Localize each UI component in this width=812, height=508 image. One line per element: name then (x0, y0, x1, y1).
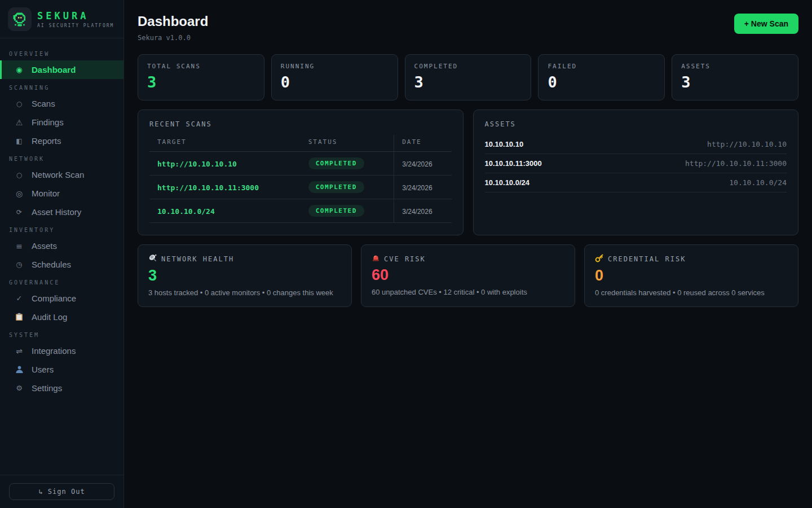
sidebar-item-monitor[interactable]: ◎Monitor (0, 184, 123, 203)
circle-icon: ○ (14, 171, 24, 179)
nav-section-label: GOVERNANCE (0, 274, 123, 289)
sidebar-item-label: Compliance (32, 294, 76, 303)
sidebar-item-settings[interactable]: ⚙Settings (0, 379, 123, 397)
summary-card-cve-risk: CVE RISK6060 unpatched CVEs • 12 critica… (361, 244, 575, 307)
status-badge: COMPLETED (308, 157, 364, 169)
sidebar-item-label: Monitor (32, 189, 60, 198)
circle-icon: ○ (14, 100, 24, 108)
summary-row: NETWORK HEALTH33 hosts tracked • 0 activ… (138, 244, 798, 307)
sidebar-item-findings[interactable]: ⚠Findings (0, 113, 123, 132)
sidebar-item-label: Findings (32, 117, 64, 127)
recent-scans-panel: RECENT SCANS TARGETSTATUSDATE http://10.… (138, 110, 464, 235)
check-icon: ✓ (14, 294, 24, 303)
clock-icon: ◷ (14, 260, 24, 269)
nav-section-label: SCANNING (0, 79, 123, 94)
summary-card-value: 0 (595, 267, 788, 284)
page-subtitle: Sekura v1.0.0 (138, 34, 208, 42)
assets-title: ASSETS (485, 120, 787, 128)
stat-value: 3 (414, 73, 522, 91)
status-badge: COMPLETED (308, 181, 364, 193)
column-header-date: DATE (394, 135, 452, 152)
summary-card-title: CVE RISK (384, 255, 426, 263)
new-scan-button[interactable]: + New Scan (734, 14, 798, 34)
scan-target-link[interactable]: http://10.10.10.10 (157, 160, 237, 168)
stat-card-running: RUNNING0 (271, 54, 398, 100)
sidebar-item-integrations[interactable]: ⇌Integrations (0, 341, 123, 360)
sidebar-item-schedules[interactable]: ◷Schedules (0, 255, 123, 274)
stat-card-total-scans: TOTAL SCANS3 (138, 54, 264, 100)
page-header-text: Dashboard Sekura v1.0.0 (138, 14, 208, 42)
recent-scans-table: TARGETSTATUSDATE http://10.10.10.10COMPL… (149, 135, 452, 223)
stat-value: 0 (281, 73, 389, 91)
asset-row: 10.10.10.0/2410.10.10.0/24 (485, 173, 787, 192)
asset-name: 10.10.10.0/24 (485, 178, 530, 187)
sidebar-item-label: Asset History (32, 207, 81, 217)
stat-label: RUNNING (281, 63, 389, 70)
asset-name: 10.10.10.11:3000 (485, 159, 542, 168)
stat-card-completed: COMPLETED3 (405, 54, 532, 100)
sidebar-item-label: Scans (32, 99, 55, 108)
sidebar-item-label: Assets (32, 241, 57, 251)
summary-card-detail: 0 credentials harvested • 0 reused acros… (595, 288, 788, 297)
page-title: Dashboard (138, 14, 208, 29)
stat-value: 3 (681, 73, 789, 91)
brand-tagline: AI SECURITY PLATFORM (37, 23, 114, 28)
sidebar-item-compliance[interactable]: ✓Compliance (0, 289, 123, 308)
satellite-icon (148, 253, 157, 265)
sidebar-item-audit-log[interactable]: Audit Log (0, 308, 123, 326)
clipboard-icon (14, 313, 24, 321)
sidebar-item-label: Settings (32, 383, 62, 393)
brand-text: SEKURA AI SECURITY PLATFORM (37, 10, 114, 28)
sidebar-item-label: Users (32, 365, 54, 374)
key-icon (595, 253, 604, 265)
column-header-status: STATUS (301, 135, 394, 152)
stats-row: TOTAL SCANS3RUNNING0COMPLETED3FAILED0ASS… (138, 54, 798, 100)
column-header-target: TARGET (149, 135, 301, 152)
table-row: http://10.10.10.10COMPLETED3/24/2026 (149, 152, 452, 176)
sidebar-item-scans[interactable]: ○Scans (0, 94, 123, 113)
sidebar-item-dashboard[interactable]: ◉Dashboard (0, 60, 123, 79)
sidebar-item-network-scan[interactable]: ○Network Scan (0, 165, 123, 184)
sidebar-item-label: Network Scan (32, 170, 84, 179)
sign-out-button[interactable]: ↳ Sign Out (9, 483, 114, 500)
stat-label: FAILED (548, 63, 655, 70)
integrations-icon: ⇌ (14, 347, 24, 356)
stat-label: TOTAL SCANS (147, 63, 255, 70)
table-row: 10.10.10.0/24COMPLETED3/24/2026 (149, 199, 452, 223)
summary-card-detail: 60 unpatched CVEs • 12 critical • 0 with… (372, 288, 564, 296)
warning-icon: ⚠ (14, 118, 24, 127)
sidebar-item-label: Schedules (32, 260, 71, 269)
nav-section-label: SYSTEM (0, 326, 123, 341)
assets-list: 10.10.10.10http://10.10.10.1010.10.10.11… (485, 135, 787, 192)
status-badge: COMPLETED (308, 205, 364, 217)
sidebar-item-assets[interactable]: ≡Assets (0, 237, 123, 255)
scan-date: 3/24/2026 (402, 208, 432, 216)
nav-section-label: INVENTORY (0, 221, 123, 237)
sidebar-item-label: Reports (32, 136, 61, 146)
scan-target-link[interactable]: http://10.10.10.11:3000 (157, 183, 259, 192)
scan-date: 3/24/2026 (402, 160, 432, 168)
sidebar-nav: OVERVIEW◉DashboardSCANNING○Scans⚠Finding… (0, 38, 123, 475)
sidebar-item-label: Integrations (32, 346, 76, 356)
sidebar-item-reports[interactable]: ◧Reports (0, 132, 123, 150)
nav-section-label: NETWORK (0, 150, 123, 165)
stat-value: 3 (147, 73, 255, 91)
sidebar-footer: ↳ Sign Out (0, 475, 123, 508)
asset-url: http://10.10.10.11:3000 (685, 159, 787, 168)
brand-name: SEKURA (37, 10, 114, 21)
asset-row: 10.10.10.10http://10.10.10.10 (485, 135, 787, 154)
summary-card-credential-risk: CREDENTIAL RISK00 credentials harvested … (584, 244, 798, 307)
recent-scans-title: RECENT SCANS (149, 120, 452, 128)
asset-url: http://10.10.10.10 (707, 140, 787, 148)
sidebar-item-asset-history[interactable]: ⟳Asset History (0, 203, 123, 221)
list-icon: ≡ (14, 242, 24, 251)
stat-label: ASSETS (681, 63, 789, 70)
summary-card-value: 60 (372, 266, 564, 284)
summary-card-title: NETWORK HEALTH (161, 255, 234, 263)
summary-card-network-health: NETWORK HEALTH33 hosts tracked • 0 activ… (138, 244, 352, 307)
siren-icon (372, 253, 380, 264)
summary-card-title: CREDENTIAL RISK (608, 255, 686, 263)
scan-target-link[interactable]: 10.10.10.0/24 (157, 207, 215, 216)
sidebar-item-users[interactable]: Users (0, 360, 123, 379)
stat-card-assets: ASSETS3 (672, 54, 798, 100)
